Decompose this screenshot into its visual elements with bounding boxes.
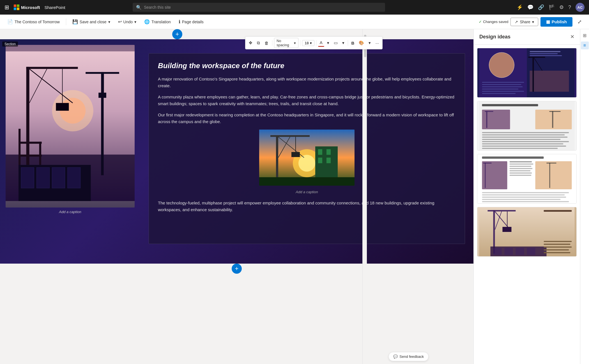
svg-rect-101 bbox=[516, 248, 524, 255]
svg-rect-90 bbox=[482, 201, 569, 202]
translation-btn[interactable]: 🌐 Translation bbox=[141, 17, 174, 26]
svg-rect-80 bbox=[510, 163, 533, 165]
svg-rect-82 bbox=[510, 168, 533, 169]
svg-rect-37 bbox=[259, 177, 355, 186]
waffle-icon[interactable]: ⊞ bbox=[4, 4, 9, 11]
help-icon[interactable]: ⚡ bbox=[517, 4, 523, 10]
content-box[interactable]: Building the workspace of the future A m… bbox=[149, 53, 465, 244]
design-panel-close-btn[interactable]: ✕ bbox=[570, 34, 574, 40]
svg-rect-60 bbox=[535, 110, 572, 129]
microsoft-text: Microsoft bbox=[21, 5, 40, 10]
highlight-btn[interactable]: ▭ bbox=[332, 39, 339, 47]
svg-rect-22 bbox=[98, 93, 106, 98]
design-panel-body bbox=[474, 45, 580, 364]
toolbar-sep-4 bbox=[348, 40, 348, 46]
svg-rect-99 bbox=[493, 248, 502, 255]
question-icon[interactable]: ? bbox=[568, 4, 571, 10]
design-card-3-preview bbox=[477, 154, 576, 203]
scrollbar[interactable] bbox=[362, 29, 367, 364]
settings-icon[interactable]: ⚙ bbox=[559, 4, 564, 10]
avatar[interactable]: AC bbox=[576, 3, 585, 12]
svg-rect-72 bbox=[482, 156, 544, 159]
svg-rect-51 bbox=[482, 86, 523, 87]
design-panel: Design ideas ✕ bbox=[473, 29, 580, 364]
share-icon[interactable]: 🔗 bbox=[538, 4, 544, 10]
design-card-4[interactable] bbox=[477, 207, 577, 257]
design-panel-title: Design ideas bbox=[479, 34, 510, 40]
add-section-bottom-btn[interactable]: + bbox=[232, 264, 242, 274]
feedback-label: Send feedback bbox=[399, 354, 424, 359]
svg-rect-89 bbox=[482, 199, 561, 200]
svg-rect-43 bbox=[533, 57, 534, 92]
svg-rect-100 bbox=[505, 248, 513, 255]
svg-rect-68 bbox=[482, 143, 563, 144]
left-column: Add a caption bbox=[0, 39, 140, 264]
spacing-label: No spacing bbox=[277, 39, 293, 47]
publish-button[interactable]: ▦ Publish bbox=[540, 17, 572, 27]
color-chevron-btn[interactable]: ▾ bbox=[325, 39, 331, 47]
details-icon: ℹ bbox=[179, 19, 180, 24]
svg-rect-47 bbox=[530, 53, 558, 54]
svg-rect-85 bbox=[510, 175, 532, 176]
page-details-label: Page details bbox=[182, 20, 204, 24]
left-image bbox=[6, 45, 135, 208]
svg-rect-81 bbox=[510, 166, 532, 167]
svg-rect-66 bbox=[482, 139, 561, 140]
svg-rect-62 bbox=[549, 111, 561, 112]
highlight-chevron-btn[interactable]: ▾ bbox=[340, 39, 346, 47]
chat-icon[interactable]: 💬 bbox=[527, 4, 533, 10]
copy-btn[interactable]: ⧉ bbox=[255, 39, 262, 47]
more-options-btn[interactable]: ··· bbox=[374, 40, 381, 47]
design-card-2[interactable] bbox=[477, 101, 577, 151]
move-btn[interactable]: ✥ bbox=[247, 39, 254, 47]
send-feedback-btn[interactable]: 💬 Send feedback bbox=[388, 352, 429, 361]
design-card-2-preview bbox=[477, 101, 576, 150]
canvas-area: + ✥ ⧉ 🗑 No spacing ▾ 18 ▾ A bbox=[0, 29, 473, 364]
svg-rect-15 bbox=[21, 167, 34, 188]
delete-btn[interactable]: 🗑 bbox=[263, 40, 270, 47]
translation-label: Translation bbox=[151, 20, 171, 24]
design-card-1[interactable] bbox=[477, 48, 577, 98]
search-bar[interactable]: 🔍 bbox=[133, 3, 385, 12]
design-card-3[interactable] bbox=[477, 154, 577, 204]
spacing-chevron: ▾ bbox=[294, 41, 296, 45]
svg-rect-88 bbox=[482, 197, 566, 198]
page-details-btn[interactable]: ℹ Page details bbox=[176, 17, 206, 26]
save-close-btn[interactable]: 💾 Save and close ▾ bbox=[70, 17, 113, 26]
panel-design-btn[interactable]: ≡ bbox=[581, 42, 589, 49]
search-input[interactable] bbox=[144, 5, 382, 10]
svg-rect-17 bbox=[52, 167, 65, 188]
theme-color-btn[interactable]: 🎨 bbox=[357, 39, 366, 47]
font-color-btn[interactable]: A bbox=[318, 39, 324, 47]
undo-btn[interactable]: ↩ Undo ▾ bbox=[115, 17, 139, 26]
svg-rect-67 bbox=[482, 141, 569, 142]
spacing-select[interactable]: No spacing ▾ bbox=[274, 38, 299, 48]
svg-rect-86 bbox=[482, 192, 569, 193]
article-para-3: Our first major redevelopment is nearing… bbox=[158, 112, 456, 125]
share-icon: ↗ bbox=[515, 20, 518, 24]
design-card-4-preview bbox=[477, 207, 576, 256]
panel-expand-btn[interactable]: ⊞ bbox=[581, 31, 589, 39]
toolbar-sep-2 bbox=[300, 40, 300, 46]
inline-image bbox=[259, 130, 355, 186]
share-label: Share bbox=[520, 20, 530, 24]
svg-rect-75 bbox=[483, 163, 492, 163]
share-button[interactable]: ↗ Share ▾ bbox=[510, 18, 538, 26]
left-caption[interactable]: Add a caption bbox=[6, 210, 135, 214]
bold-btn[interactable]: B bbox=[350, 40, 356, 47]
svg-rect-70 bbox=[482, 148, 558, 149]
svg-rect-20 bbox=[86, 72, 119, 74]
svg-rect-50 bbox=[482, 84, 521, 85]
section-label: Section bbox=[2, 42, 18, 47]
font-size-select[interactable]: 18 ▾ bbox=[302, 40, 314, 46]
article-body[interactable]: A major renovation of Contoso's Singapor… bbox=[158, 76, 456, 213]
flag-icon[interactable]: 🏴 bbox=[549, 4, 555, 10]
page-title-btn[interactable]: 📄 The Contoso of Tomorrow bbox=[4, 17, 63, 26]
collapse-btn[interactable]: ⤢ bbox=[575, 17, 585, 27]
toolbar-sep-3 bbox=[316, 40, 316, 46]
center-caption[interactable]: Add a caption bbox=[158, 189, 456, 195]
article-title: Building the workspace of the future bbox=[158, 61, 456, 70]
add-section-top-btn[interactable]: + bbox=[172, 29, 182, 39]
feedback-icon: 💬 bbox=[393, 354, 398, 359]
theme-chevron-btn[interactable]: ▾ bbox=[367, 39, 372, 47]
